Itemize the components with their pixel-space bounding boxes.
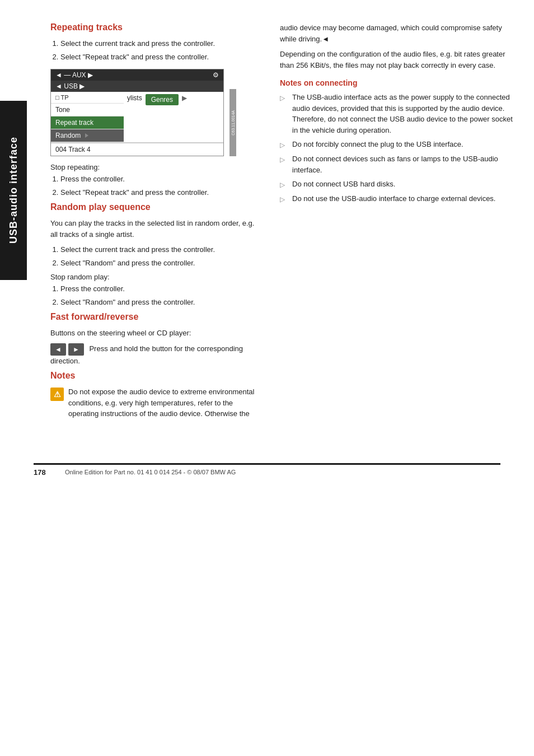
steps-repeat-before: Select the current track and press the c… bbox=[60, 38, 263, 62]
checkbox-tp: □ TP bbox=[55, 94, 69, 101]
menu-item-random-label: Random bbox=[55, 132, 81, 139]
right-para-1: audio device may become damaged, which c… bbox=[280, 22, 517, 44]
menu-item-random: Random bbox=[51, 129, 124, 142]
heading-repeating-tracks: Repeating tracks bbox=[50, 22, 263, 32]
ff-intro: Buttons on the steering wheel or CD play… bbox=[50, 328, 263, 339]
warning-box: ⚠ Do not expose the audio device to extr… bbox=[50, 386, 263, 419]
bullet-item: ▷ Do not connect USB hard disks. bbox=[280, 179, 517, 190]
section-fast-forward: Fast forward/reverse Buttons on the stee… bbox=[50, 312, 263, 366]
step-item: Select "Random" and press the controller… bbox=[60, 258, 263, 269]
bullet-arrow-icon: ▷ bbox=[280, 155, 288, 175]
stop-random-label: Stop random play: bbox=[50, 273, 263, 281]
step-item: Select "Repeat track" and press the cont… bbox=[60, 187, 263, 198]
bullet-arrow-icon: ▷ bbox=[280, 194, 288, 204]
ff-right-button[interactable]: ► bbox=[68, 343, 84, 356]
step-item: Select the current track and press the c… bbox=[60, 244, 263, 255]
step-item: Press the controller. bbox=[60, 283, 263, 295]
bullet-arrow-icon: ▷ bbox=[280, 93, 288, 136]
warning-icon: ⚠ bbox=[50, 388, 64, 401]
device-ui: ◄ — AUX ▶ ⚙ ◄ USB ▶ □ TP Tone bbox=[50, 69, 224, 156]
step-item: Select the current track and press the c… bbox=[60, 38, 263, 49]
tab-ylists: ylists bbox=[127, 94, 142, 105]
heading-random-play: Random play sequence bbox=[50, 202, 263, 212]
footer: 178 Online Edition for Part no. 01 41 0 … bbox=[34, 463, 500, 477]
menu-item-tp: □ TP bbox=[51, 92, 124, 104]
menu-item-tone-label: Tone bbox=[55, 106, 70, 114]
ff-buttons: ◄ ► bbox=[50, 343, 84, 356]
device-sub-bar-text: ◄ USB ▶ bbox=[55, 82, 85, 90]
heading-fast-forward: Fast forward/reverse bbox=[50, 312, 263, 322]
main-content: Repeating tracks Select the current trac… bbox=[34, 0, 534, 446]
track-label: 004 Track 4 bbox=[55, 146, 91, 153]
page-number: 178 bbox=[34, 468, 56, 477]
menu-item-repeat: Repeat track bbox=[51, 116, 124, 129]
tab-genres: Genres bbox=[146, 94, 179, 105]
random-intro: You can play the tracks in the selected … bbox=[50, 218, 263, 240]
device-menu-right: ylists Genres ▶ bbox=[124, 92, 223, 142]
device-top-bar-text: ◄ — AUX ▶ bbox=[55, 71, 93, 79]
bullet-item: ▷ The USB-audio interface acts as the po… bbox=[280, 92, 517, 136]
arrow-right-icon bbox=[85, 133, 88, 138]
steps-repeat-after: Press the controller. Select "Repeat tra… bbox=[60, 174, 263, 198]
tab-arrow: ▶ bbox=[182, 94, 187, 105]
heading-notes-connecting: Notes on connecting bbox=[280, 78, 517, 87]
device-menu-row: □ TP Tone Repeat track Random bbox=[51, 92, 223, 143]
device-sub-bar: ◄ USB ▶ bbox=[51, 81, 223, 92]
device-top-bar: ◄ — AUX ▶ ⚙ bbox=[51, 69, 223, 81]
device-settings-icon: ⚙ bbox=[213, 71, 219, 79]
warning-text: Do not expose the audio device to extrem… bbox=[68, 386, 263, 419]
bullet-item: ▷ Do not use the USB-audio interface to … bbox=[280, 193, 517, 204]
step-item: Select "Random" and press the controller… bbox=[60, 297, 263, 308]
bullet-arrow-icon: ▷ bbox=[280, 140, 288, 150]
side-strip: C63.11.0014A bbox=[229, 89, 236, 156]
left-column: Repeating tracks Select the current trac… bbox=[50, 22, 263, 424]
notes-bullet-list: ▷ The USB-audio interface acts as the po… bbox=[280, 92, 517, 204]
footer-text: Online Edition for Part no. 01 41 0 014 … bbox=[65, 469, 236, 475]
device-track-bar: 004 Track 4 bbox=[51, 143, 223, 156]
device-menu-left: □ TP Tone Repeat track Random bbox=[51, 92, 124, 142]
device-tab-bar: ylists Genres ▶ bbox=[127, 94, 220, 105]
bullet-text: Do not connect devices such as fans or l… bbox=[292, 153, 517, 175]
menu-item-tone: Tone bbox=[51, 104, 124, 116]
step-item: Select "Repeat track" and press the cont… bbox=[60, 52, 263, 63]
ff-left-button[interactable]: ◄ bbox=[50, 343, 66, 356]
sidebar-label: USB-audio interface bbox=[0, 101, 27, 280]
section-notes: Notes ⚠ Do not expose the audio device t… bbox=[50, 371, 263, 419]
side-strip-text: C63.11.0014A bbox=[231, 110, 235, 136]
bullet-item: ▷ Do not connect devices such as fans or… bbox=[280, 153, 517, 175]
step-item: Press the controller. bbox=[60, 174, 263, 185]
section-random-play: Random play sequence You can play the tr… bbox=[50, 202, 263, 307]
ff-instruction: ◄ ► Press and hold the button for the co… bbox=[50, 343, 263, 367]
device-ui-wrapper: ◄ — AUX ▶ ⚙ ◄ USB ▶ □ TP Tone bbox=[50, 69, 229, 156]
right-column: audio device may become damaged, which c… bbox=[280, 22, 517, 424]
steps-random-after: Press the controller. Select "Random" an… bbox=[60, 283, 263, 307]
sidebar-text: USB-audio interface bbox=[8, 137, 20, 244]
bullet-arrow-icon: ▷ bbox=[280, 180, 288, 190]
bullet-text: Do not connect USB hard disks. bbox=[292, 179, 395, 190]
stop-repeat-label: Stop repeating: bbox=[50, 163, 263, 171]
bullet-text: Do not use the USB-audio interface to ch… bbox=[292, 193, 496, 204]
steps-random-before: Select the current track and press the c… bbox=[60, 244, 263, 268]
heading-notes: Notes bbox=[50, 371, 263, 381]
bullet-text: Do not forcibly connect the plug to the … bbox=[292, 139, 463, 150]
bullet-text: The USB-audio interface acts as the powe… bbox=[292, 92, 517, 136]
bullet-item: ▷ Do not forcibly connect the plug to th… bbox=[280, 139, 517, 150]
right-para-2: Depending on the configuration of the au… bbox=[280, 49, 517, 71]
menu-item-repeat-label: Repeat track bbox=[55, 119, 93, 127]
section-repeating-tracks: Repeating tracks Select the current trac… bbox=[50, 22, 263, 198]
